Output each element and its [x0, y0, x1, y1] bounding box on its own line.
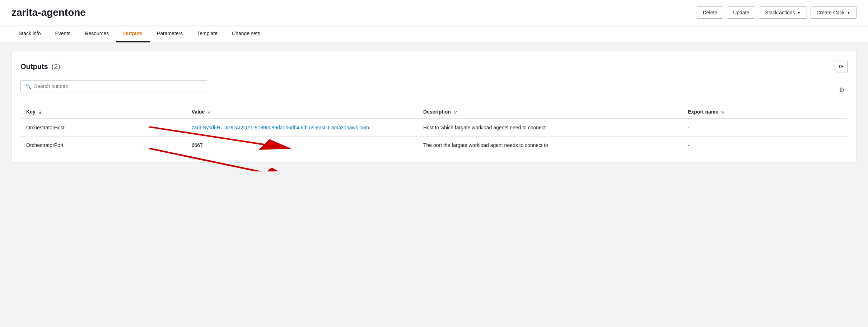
tab-parameters[interactable]: Parameters [150, 26, 190, 42]
orchestrator-host-link[interactable]: zarit-Sysdi-HTDIRDAI2QZ1-91890089da1b6db… [192, 125, 369, 130]
outputs-table: Key ▲ Value ▽ Description ▽ Export nam [20, 105, 848, 154]
chevron-down-icon: ▼ [797, 11, 801, 15]
refresh-icon: ⟳ [839, 63, 844, 70]
update-button[interactable]: Update [727, 6, 755, 19]
outputs-table-area: Key ▲ Value ▽ Description ▽ Export nam [20, 105, 848, 154]
row-description: Host to which fargate workload agents ne… [417, 119, 682, 137]
tab-change-sets[interactable]: Change sets [225, 26, 267, 42]
row-value: zarit-Sysdi-HTDIRDAI2QZ1-91890089da1b6db… [186, 119, 417, 137]
settings-icon[interactable]: ⚙ [836, 84, 848, 96]
row-key: OrchestratorHost [20, 119, 186, 137]
search-icon: 🔍 [25, 83, 31, 89]
sort-icon: ▽ [454, 110, 457, 115]
tabs-nav: Stack info Events Resources Outputs Para… [0, 26, 868, 42]
col-header-export-name[interactable]: Export name ▽ [682, 105, 848, 119]
row-key: OrchestratorPort [20, 137, 186, 154]
table-row: OrchestratorHost zarit-Sysdi-HTDIRDAI2QZ… [20, 119, 848, 137]
page-header: zarita-agentone Delete Update Stack acti… [0, 0, 868, 26]
refresh-button[interactable]: ⟳ [835, 60, 848, 73]
row-export-name: - [682, 137, 848, 154]
tab-outputs[interactable]: Outputs [116, 26, 150, 42]
search-bar[interactable]: 🔍 [20, 80, 207, 92]
sort-icon: ▽ [721, 110, 724, 115]
stack-actions-button[interactable]: Stack actions ▼ [759, 6, 807, 19]
tab-events[interactable]: Events [48, 26, 78, 42]
row-export-name: - [682, 119, 848, 137]
table-row: OrchestratorPort 6667 The port the farga… [20, 137, 848, 154]
col-header-key[interactable]: Key ▲ [20, 105, 186, 119]
tab-resources[interactable]: Resources [78, 26, 116, 42]
row-value: 6667 [186, 137, 417, 154]
header-actions: Delete Update Stack actions ▼ Create sta… [697, 6, 857, 19]
main-content: Outputs (2) ⟳ 🔍 ⚙ Key ▲ [0, 42, 868, 171]
create-stack-button[interactable]: Create stack ▼ [811, 6, 857, 19]
card-header: Outputs (2) ⟳ [20, 60, 848, 73]
outputs-card: Outputs (2) ⟳ 🔍 ⚙ Key ▲ [11, 51, 857, 163]
tab-stack-info[interactable]: Stack info [11, 26, 48, 42]
tab-template[interactable]: Template [190, 26, 225, 42]
sort-icon: ▽ [207, 110, 210, 115]
delete-button[interactable]: Delete [697, 6, 723, 19]
search-input[interactable] [34, 83, 202, 89]
col-header-description[interactable]: Description ▽ [417, 105, 682, 119]
page-title: zarita-agentone [11, 7, 86, 18]
card-title: Outputs (2) [20, 63, 60, 71]
sort-asc-icon: ▲ [38, 110, 42, 114]
chevron-down-icon: ▼ [847, 11, 850, 15]
col-header-value[interactable]: Value ▽ [186, 105, 417, 119]
row-description: The port the fargate workload agent need… [417, 137, 682, 154]
search-row: 🔍 ⚙ [20, 80, 848, 100]
